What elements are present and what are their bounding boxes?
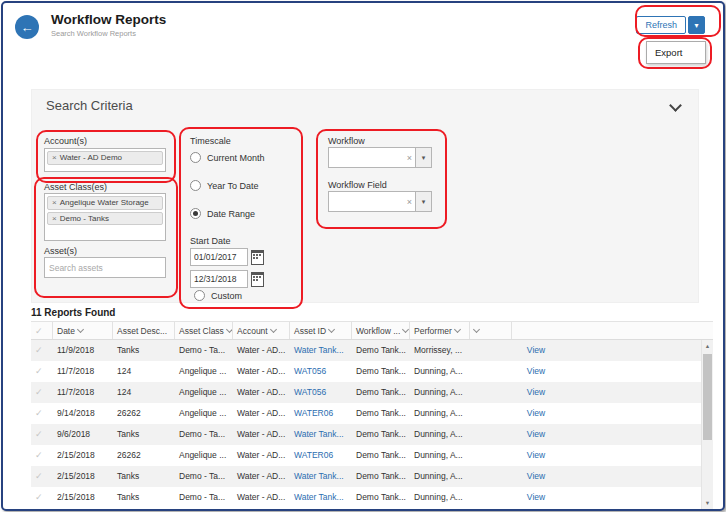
- view-link[interactable]: View: [527, 387, 545, 397]
- cell-asset-id: WAT056: [290, 361, 352, 382]
- header-account[interactable]: Account: [233, 322, 290, 339]
- cell-date: 2/15/2018: [53, 445, 113, 466]
- cell-filler: [560, 424, 713, 445]
- table-row[interactable]: ✓ 11/9/2018 Tanks Demo - Ta... Water - A…: [31, 340, 713, 361]
- radio-custom[interactable]: Custom: [194, 290, 242, 301]
- selected-tag-asset-class: × Demo - Tanks: [47, 212, 163, 226]
- remove-tag-icon[interactable]: ×: [52, 214, 57, 224]
- cell-expander: [470, 424, 512, 445]
- workflow-select[interactable]: × ▾: [328, 147, 432, 168]
- table-row[interactable]: ✓ 11/7/2018 124 Angelique ... Water - AD…: [31, 382, 713, 403]
- table-row[interactable]: ✓ 2/15/2018 Tanks Demo - Ta... Water - A…: [31, 487, 713, 508]
- header-filler: [560, 322, 713, 339]
- assets-search-input[interactable]: [44, 257, 166, 278]
- asset-id-link[interactable]: Water Tank...: [294, 492, 344, 502]
- table-row[interactable]: ✓ 9/6/2018 Tanks Demo - Ta... Water - AD…: [31, 424, 713, 445]
- radio-date-range[interactable]: Date Range: [190, 208, 255, 219]
- view-link[interactable]: View: [527, 345, 545, 355]
- dropdown-button[interactable]: ▾: [415, 192, 431, 211]
- refresh-dropdown-button[interactable]: ▾: [688, 16, 705, 34]
- end-date-input[interactable]: [190, 270, 248, 288]
- cell-asset-id: WATER06: [290, 403, 352, 424]
- header-workflow[interactable]: Workflow ...: [352, 322, 410, 339]
- view-link[interactable]: View: [527, 450, 545, 460]
- table-row[interactable]: ✓ 11/7/2018 124 Angelique ... Water - AD…: [31, 361, 713, 382]
- cell-filler: [560, 361, 713, 382]
- calendar-icon[interactable]: [251, 272, 264, 287]
- header-date[interactable]: Date: [53, 322, 113, 339]
- row-select-cell[interactable]: ✓: [31, 487, 53, 508]
- header-label: Performer: [414, 326, 452, 336]
- cell-performer: Dunning, A...: [410, 445, 470, 466]
- cell-asset-desc: 26262: [113, 403, 175, 424]
- asset-id-link[interactable]: WAT056: [294, 366, 326, 376]
- table-row[interactable]: ✓ 2/15/2018 26262 Angelique ... Water - …: [31, 445, 713, 466]
- cell-performer: Dunning, A...: [410, 466, 470, 487]
- cell-performer: Dunning, A...: [410, 403, 470, 424]
- refresh-button[interactable]: Refresh: [636, 16, 686, 34]
- view-link[interactable]: View: [527, 429, 545, 439]
- row-select-cell[interactable]: ✓: [31, 466, 53, 487]
- remove-tag-icon[interactable]: ×: [52, 198, 57, 208]
- cell-expander: [470, 487, 512, 508]
- scrollbar-thumb[interactable]: [703, 354, 712, 440]
- header-asset-desc[interactable]: Asset Desc...: [113, 322, 175, 339]
- row-select-cell[interactable]: ✓: [31, 403, 53, 424]
- radio-current-month[interactable]: Current Month: [190, 152, 265, 163]
- view-link[interactable]: View: [527, 492, 545, 502]
- cell-performer: Dunning, A...: [410, 382, 470, 403]
- header-asset-class[interactable]: Asset Class: [175, 322, 233, 339]
- clear-icon[interactable]: ×: [404, 153, 415, 163]
- header-asset-id[interactable]: Asset ID: [290, 322, 352, 339]
- asset-id-link[interactable]: Water Tank...: [294, 471, 344, 481]
- cell-filler: [560, 340, 713, 361]
- clear-icon[interactable]: ×: [404, 197, 415, 207]
- header-select[interactable]: ✓: [31, 322, 53, 339]
- row-select-cell[interactable]: ✓: [31, 424, 53, 445]
- dropdown-button[interactable]: ▾: [415, 148, 431, 167]
- asset-id-link[interactable]: WATER06: [294, 450, 333, 460]
- cell-view: View: [512, 403, 560, 424]
- cell-date: 9/6/2018: [53, 424, 113, 445]
- tag-label: Angelique Water Storage: [60, 198, 149, 208]
- header-performer[interactable]: Performer: [410, 322, 470, 339]
- view-link[interactable]: View: [527, 471, 545, 481]
- search-criteria-title: Search Criteria: [46, 98, 133, 113]
- cell-asset-id: Water Tank...: [290, 466, 352, 487]
- calendar-icon[interactable]: [251, 250, 264, 265]
- row-select-cell[interactable]: ✓: [31, 361, 53, 382]
- row-select-cell[interactable]: ✓: [31, 445, 53, 466]
- scroll-up-icon[interactable]: ▲: [702, 340, 713, 352]
- check-icon: ✓: [35, 366, 43, 376]
- row-select-cell[interactable]: ✓: [31, 382, 53, 403]
- asset-classes-multiselect[interactable]: × Angelique Water Storage × Demo - Tanks: [44, 193, 166, 241]
- scroll-down-icon[interactable]: ▼: [702, 497, 713, 509]
- cell-date: 11/7/2018: [53, 382, 113, 403]
- cell-workflow: Demo Tank...: [352, 466, 410, 487]
- radio-label: Custom: [211, 291, 242, 301]
- asset-id-link[interactable]: WAT056: [294, 387, 326, 397]
- view-link[interactable]: View: [527, 408, 545, 418]
- header-label: Date: [57, 326, 75, 336]
- collapse-section-button[interactable]: [668, 101, 682, 113]
- view-link[interactable]: View: [527, 366, 545, 376]
- vertical-scrollbar[interactable]: ▲ ▼: [701, 340, 713, 509]
- asset-id-link[interactable]: Water Tank...: [294, 429, 344, 439]
- export-menu-item[interactable]: Export: [647, 42, 705, 63]
- accounts-multiselect[interactable]: × Water - AD Demo: [44, 148, 166, 172]
- check-icon: ✓: [35, 408, 43, 418]
- workflow-field-select[interactable]: × ▾: [328, 191, 432, 212]
- start-date-input[interactable]: [190, 248, 248, 266]
- back-button[interactable]: ←: [15, 15, 39, 39]
- asset-id-link[interactable]: Water Tank...: [294, 345, 344, 355]
- remove-tag-icon[interactable]: ×: [52, 153, 57, 163]
- radio-year-to-date[interactable]: Year To Date: [190, 180, 259, 191]
- radio-icon: [190, 152, 201, 163]
- asset-id-link[interactable]: WATER06: [294, 408, 333, 418]
- header-expander[interactable]: [470, 322, 512, 339]
- cell-asset-class: Angelique ...: [175, 382, 233, 403]
- radio-icon: [190, 180, 201, 191]
- table-row[interactable]: ✓ 9/14/2018 26262 Angelique ... Water - …: [31, 403, 713, 424]
- row-select-cell[interactable]: ✓: [31, 340, 53, 361]
- table-row[interactable]: ✓ 2/15/2018 Tanks Demo - Ta... Water - A…: [31, 466, 713, 487]
